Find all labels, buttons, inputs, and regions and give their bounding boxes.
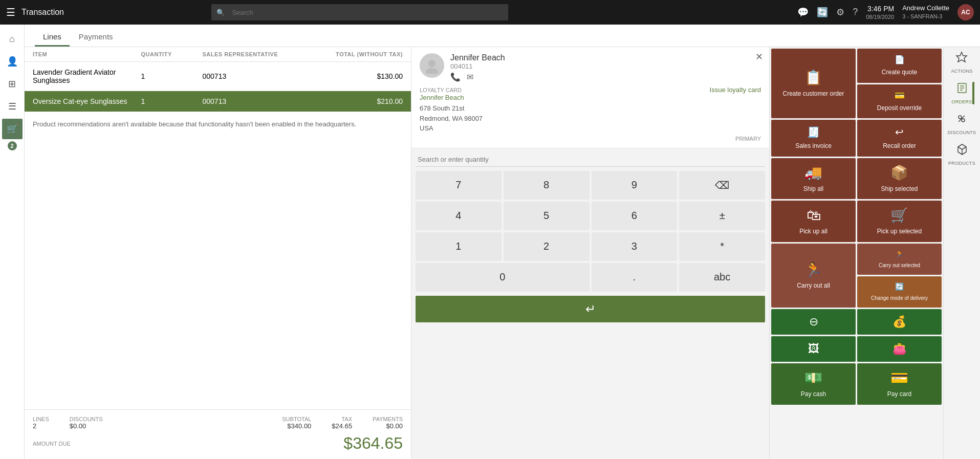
search-bar[interactable]: 🔍 xyxy=(211,4,508,20)
col-total: TOTAL (WITHOUT TAX) xyxy=(295,51,403,57)
dollar-icon: 💰 xyxy=(892,315,906,329)
sidebar-cart[interactable]: 🛒 xyxy=(2,119,23,139)
action-item-actions[interactable]: ACTIONS xyxy=(951,51,972,74)
sales-invoice-label: Sales invoice xyxy=(795,142,832,150)
search-input[interactable] xyxy=(232,9,503,16)
create-customer-order-tile[interactable]: 📋 Create customer order xyxy=(771,49,856,118)
item-rep: 000713 xyxy=(203,97,295,105)
search-icon: 🔍 xyxy=(216,9,225,16)
close-customer-button[interactable]: ✕ xyxy=(755,51,763,62)
ship-selected-label: Ship selected xyxy=(881,185,918,193)
numpad-2[interactable]: 2 xyxy=(504,232,590,261)
customer-avatar xyxy=(420,53,444,78)
customer-address: 678 South 21st Redmond, WA 98007 USA xyxy=(420,103,761,134)
numpad-9[interactable]: 9 xyxy=(592,171,678,200)
subtotal-value: $340.00 xyxy=(282,422,311,430)
wallet-tile[interactable]: 👛 xyxy=(857,336,942,362)
discounts-value: $0.00 xyxy=(70,422,103,430)
ship-selected-tile[interactable]: 📦 Ship selected xyxy=(857,158,942,200)
table-row[interactable]: Lavender Gradient Aviator Sunglasses 1 0… xyxy=(25,62,411,91)
help-icon[interactable]: ? xyxy=(853,7,858,17)
numpad-0[interactable]: 0 xyxy=(416,263,590,292)
recommendation-message: Product recommendations aren't available… xyxy=(25,112,411,136)
loyalty-label: LOYALTY CARD xyxy=(420,87,462,93)
pay-cash-tile[interactable]: 💵 Pay cash xyxy=(771,363,856,405)
card2-icon: 🖼 xyxy=(808,342,819,356)
sidebar-apps[interactable]: ⊞ xyxy=(2,74,23,94)
svg-point-7 xyxy=(959,116,962,119)
change-mode-delivery-tile[interactable]: 🔄 Change mode of delivery xyxy=(857,276,942,308)
payments-label: PAYMENTS xyxy=(373,416,403,422)
numpad-plusminus[interactable]: ± xyxy=(679,202,765,230)
lines-label: LINES xyxy=(33,416,49,422)
create-quote-tile[interactable]: 📄 Create quote xyxy=(857,49,942,83)
customer-contact: 📞 ✉ xyxy=(450,72,761,82)
deposit-override-tile[interactable]: 💳 Deposit override xyxy=(857,84,942,119)
col-qty: QUANTITY xyxy=(141,51,203,57)
numpad-asterisk[interactable]: * xyxy=(679,232,765,261)
sales-invoice-tile[interactable]: 🧾 Sales invoice xyxy=(771,120,856,157)
hamburger-menu-icon[interactable]: ☰ xyxy=(6,6,15,18)
numpad-7[interactable]: 7 xyxy=(416,171,502,200)
equal-icon: ⊖ xyxy=(809,315,818,329)
tab-lines[interactable]: Lines xyxy=(35,28,70,47)
recall-order-tile[interactable]: ↩ Recall order xyxy=(857,120,942,157)
totals-section: LINES 2 DISCOUNTS $0.00 xyxy=(25,409,411,459)
pick-up-selected-tile[interactable]: 🛒 Pick up selected xyxy=(857,201,942,242)
item-qty: 1 xyxy=(141,97,203,105)
item-qty: 1 xyxy=(141,72,203,80)
dollar-tile[interactable]: 💰 xyxy=(857,309,942,335)
email-icon[interactable]: ✉ xyxy=(467,72,473,82)
current-date: 08/19/2020 xyxy=(866,13,894,20)
svg-line-10 xyxy=(962,147,966,149)
pick-up-selected-icon: 🛒 xyxy=(890,207,908,224)
card2-tile[interactable]: 🖼 xyxy=(771,336,856,362)
carry-out-all-tile[interactable]: 🏃 Carry out all xyxy=(771,244,856,308)
sidebar-menu[interactable]: ☰ xyxy=(2,96,23,117)
pick-up-all-tile[interactable]: 🛍 Pick up all xyxy=(771,201,856,242)
tab-payments[interactable]: Payments xyxy=(71,28,121,47)
ship-all-tile[interactable]: 🚚 Ship all xyxy=(771,158,856,200)
create-customer-order-icon: 📋 xyxy=(804,69,822,86)
numpad-enter[interactable]: ↵ xyxy=(416,296,765,322)
table-row[interactable]: Oversize Cat-eye Sunglasses 1 000713 $21… xyxy=(25,91,411,112)
numpad-5[interactable]: 5 xyxy=(504,202,590,230)
refresh-icon[interactable]: 🔄 xyxy=(817,7,828,18)
action-item-orders[interactable]: ORDERS xyxy=(951,82,972,104)
table-header: ITEM QUANTITY SALES REPRESENTATIVE TOTAL… xyxy=(25,47,411,62)
create-customer-order-label: Create customer order xyxy=(782,90,844,98)
topbar-right: 💬 🔄 ⚙ ? 3:46 PM 08/19/2020 Andrew Collet… xyxy=(797,4,974,20)
table-section: ITEM QUANTITY SALES REPRESENTATIVE TOTAL… xyxy=(25,47,411,459)
numpad-3[interactable]: 3 xyxy=(592,232,678,261)
deposit-override-icon: 💳 xyxy=(895,91,905,100)
numpad-grid: 7 8 9 ⌫ 4 5 6 ± 1 2 3 * 0 . abc xyxy=(416,171,765,322)
numpad-8[interactable]: 8 xyxy=(504,171,590,200)
phone-icon[interactable]: 📞 xyxy=(450,72,461,82)
numpad-search-input[interactable] xyxy=(416,152,765,167)
numpad-abc[interactable]: abc xyxy=(679,263,765,292)
numpad-4[interactable]: 4 xyxy=(416,202,502,230)
action-item-products[interactable]: PRODUCTS xyxy=(948,143,975,166)
numpad-backspace[interactable]: ⌫ xyxy=(679,171,765,200)
carry-out-selected-tile[interactable]: 🏃 Carry out selected xyxy=(857,244,942,275)
sidebar-home[interactable]: ⌂ xyxy=(2,29,23,49)
col-item: ITEM xyxy=(33,51,141,57)
customer-name: Jennifer Beach xyxy=(450,53,761,62)
content-area: Lines Payments ITEM QUANTITY SALES REPRE… xyxy=(25,25,980,459)
settings-icon[interactable]: ⚙ xyxy=(836,7,844,18)
action-item-discounts[interactable]: DISCOUNTS xyxy=(948,113,976,135)
issue-loyalty-card-link[interactable]: Issue loyalty card xyxy=(710,86,761,94)
col-rep: SALES REPRESENTATIVE xyxy=(203,51,295,57)
pay-card-tile[interactable]: 💳 Pay card xyxy=(857,363,942,405)
numpad-decimal[interactable]: . xyxy=(592,263,678,292)
sidebar-people[interactable]: 👤 xyxy=(2,51,23,72)
pay-cash-label: Pay cash xyxy=(801,390,826,399)
sidebar-badge: 2 xyxy=(8,141,17,150)
subtotal-label: SUBTOTAL xyxy=(282,416,311,422)
equal-tile[interactable]: ⊖ xyxy=(771,309,856,335)
chat-icon[interactable]: 💬 xyxy=(797,7,809,18)
amount-due-label: AMOUNT DUE xyxy=(33,441,71,447)
numpad-1[interactable]: 1 xyxy=(416,232,502,261)
pick-up-all-label: Pick up all xyxy=(799,228,827,236)
numpad-6[interactable]: 6 xyxy=(592,202,678,230)
